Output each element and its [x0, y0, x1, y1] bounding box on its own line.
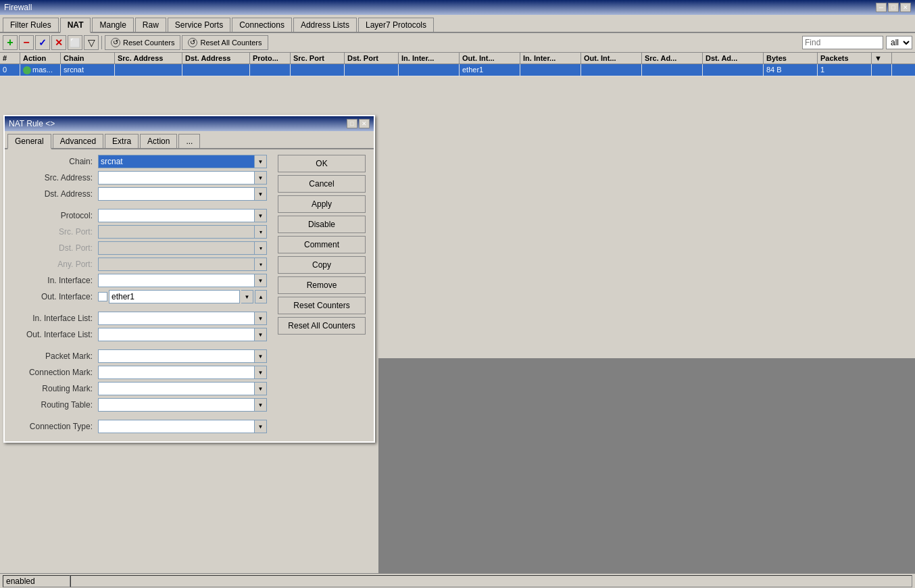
dialog-tab-action[interactable]: Action: [140, 134, 177, 148]
in-interface-dropdown-btn[interactable]: ▼: [255, 274, 267, 287]
apply-button[interactable]: Apply: [278, 195, 366, 213]
reset-all-counters-button[interactable]: Reset All Counters: [278, 317, 366, 335]
status-bar: enabled: [0, 573, 915, 588]
copy-button[interactable]: ⬜: [68, 35, 82, 50]
protocol-dropdown-btn[interactable]: ▼: [255, 209, 267, 222]
dst-port-dropdown-btn[interactable]: ▾: [255, 241, 267, 255]
src-port-row: Src. Port: ▾: [10, 225, 267, 239]
dst-port-input[interactable]: [98, 241, 255, 255]
connection-type-dropdown-btn[interactable]: ▼: [255, 420, 267, 433]
in-interface-list-input[interactable]: [98, 312, 255, 325]
dst-address-dropdown-btn[interactable]: ▼: [255, 187, 267, 201]
connection-mark-input-group: ▼: [98, 366, 267, 379]
protocol-input[interactable]: [98, 209, 255, 222]
out-interface-list-row: Out. Interface List: ▼: [10, 328, 267, 341]
maximize-button[interactable]: □: [888, 3, 899, 12]
col-src-address2: Src. Ad...: [642, 53, 703, 64]
copy-action-button[interactable]: Copy: [278, 256, 366, 274]
routing-table-dropdown-btn[interactable]: ▼: [255, 398, 267, 412]
out-interface-input[interactable]: [109, 290, 240, 303]
out-interface-list-dropdown-btn[interactable]: ▼: [255, 328, 267, 341]
minimize-button[interactable]: ─: [876, 3, 887, 12]
cross-button[interactable]: ✕: [51, 35, 66, 50]
tab-raw[interactable]: Raw: [135, 18, 166, 32]
in-interface-list-row: In. Interface List: ▼: [10, 312, 267, 325]
dialog-tab-extra[interactable]: Extra: [105, 134, 139, 148]
packet-mark-dropdown-btn[interactable]: ▼: [255, 349, 267, 363]
out-interface-dropdown-btn[interactable]: ▼: [241, 290, 253, 303]
out-interface-list-input-group: ▼: [98, 328, 267, 341]
remove-button[interactable]: −: [19, 35, 34, 50]
src-port-dropdown-btn[interactable]: ▾: [255, 225, 267, 239]
find-input[interactable]: [802, 36, 883, 49]
cell-src-address2: [642, 64, 703, 76]
src-address-input[interactable]: [98, 171, 255, 185]
tab-layer7-protocols[interactable]: Layer7 Protocols: [358, 18, 434, 32]
cell-dst-port: [345, 64, 399, 76]
add-button[interactable]: +: [3, 35, 18, 50]
out-interface-checkbox[interactable]: [98, 292, 107, 301]
dialog-tab-advanced[interactable]: Advanced: [53, 134, 103, 148]
reset-counters-toolbar-button[interactable]: ↺ Reset Counters: [105, 35, 180, 50]
ok-button[interactable]: OK: [278, 155, 366, 172]
col-dst-address2: Dst. Ad...: [703, 53, 764, 64]
comment-button[interactable]: Comment: [278, 236, 366, 253]
any-port-label: Any. Port:: [10, 260, 98, 269]
remove-button[interactable]: Remove: [278, 276, 366, 294]
tab-connections[interactable]: Connections: [232, 18, 292, 32]
dialog-restore-button[interactable]: □: [347, 119, 357, 128]
dst-address-input[interactable]: [98, 187, 255, 201]
tab-mangle[interactable]: Mangle: [92, 18, 133, 32]
src-port-input[interactable]: [98, 225, 255, 239]
connection-type-input[interactable]: [98, 420, 255, 433]
cancel-button[interactable]: Cancel: [278, 175, 366, 193]
in-interface-list-dropdown-btn[interactable]: ▼: [255, 312, 267, 325]
col-bytes: Bytes: [764, 53, 818, 64]
tab-nat[interactable]: NAT: [60, 18, 91, 33]
any-port-dropdown-btn[interactable]: ▾: [255, 258, 267, 271]
dialog-tab-more[interactable]: ...: [178, 134, 200, 148]
routing-mark-dropdown-btn[interactable]: ▼: [255, 382, 267, 395]
src-address-dropdown-btn[interactable]: ▼: [255, 171, 267, 185]
connection-mark-input[interactable]: [98, 366, 255, 379]
tab-filter-rules[interactable]: Filter Rules: [3, 18, 59, 32]
src-port-input-group: ▾: [98, 225, 267, 239]
find-select[interactable]: all: [886, 36, 912, 49]
dialog-tab-general[interactable]: General: [7, 134, 51, 149]
check-button[interactable]: ✓: [35, 35, 50, 50]
title-bar: Firewall ─ □ ✕: [0, 0, 915, 15]
table-header: # Action Chain Src. Address Dst. Address…: [0, 53, 915, 64]
dialog-close-button[interactable]: ✕: [359, 119, 370, 128]
tab-service-ports[interactable]: Service Ports: [168, 18, 230, 32]
out-interface-up-btn[interactable]: ▲: [255, 290, 267, 303]
table-row[interactable]: 0 mas... srcnat ether1 84 B 1: [0, 64, 915, 76]
any-port-input[interactable]: [98, 258, 255, 271]
src-port-label: Src. Port:: [10, 227, 98, 237]
out-interface-list-input[interactable]: [98, 328, 255, 341]
protocol-input-group: ▼: [98, 209, 267, 222]
chain-dropdown-btn[interactable]: ▼: [255, 155, 267, 168]
reset-counters-button[interactable]: Reset Counters: [278, 297, 366, 314]
routing-table-label: Routing Table:: [10, 400, 98, 410]
masquerade-icon: [23, 66, 31, 74]
protocol-row: Protocol: ▼: [10, 209, 267, 222]
close-button[interactable]: ✕: [900, 3, 911, 12]
dialog-title-text: NAT Rule <>: [9, 119, 55, 128]
reset-all-counters-toolbar-button[interactable]: ↺ Reset All Counters: [182, 35, 268, 50]
in-interface-input[interactable]: [98, 274, 255, 287]
toolbar: + − ✓ ✕ ⬜ ▽ ↺ Reset Counters ↺ Reset All…: [0, 33, 915, 53]
routing-mark-input[interactable]: [98, 382, 255, 395]
disable-button[interactable]: Disable: [278, 216, 366, 233]
routing-table-row: Routing Table: ▼: [10, 398, 267, 412]
chain-input[interactable]: [98, 155, 255, 168]
filter-button[interactable]: ▽: [84, 35, 99, 50]
cell-dst-address2: [703, 64, 764, 76]
connection-mark-dropdown-btn[interactable]: ▼: [255, 366, 267, 379]
tab-address-lists[interactable]: Address Lists: [293, 18, 357, 32]
separator: [101, 36, 102, 49]
routing-mark-input-group: ▼: [98, 382, 267, 395]
packet-mark-input[interactable]: [98, 349, 255, 363]
routing-table-input[interactable]: [98, 398, 255, 412]
dialog-title-buttons: □ ✕: [347, 119, 370, 128]
table-area: 0 mas... srcnat ether1 84 B 1: [0, 64, 915, 105]
